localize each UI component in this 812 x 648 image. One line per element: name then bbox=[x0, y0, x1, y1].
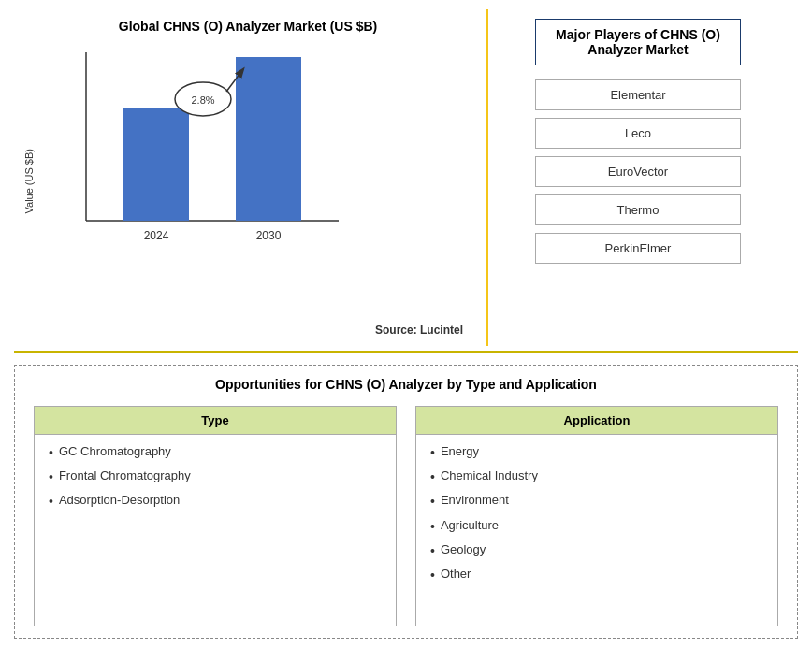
horizontal-divider bbox=[14, 351, 798, 353]
type-item-0: • GC Chromatography bbox=[49, 444, 382, 461]
player-elementar: Elementar bbox=[535, 79, 741, 110]
app-item-2: • Environment bbox=[430, 493, 763, 510]
bar-chart-svg: 2024 2030 2.8% bbox=[39, 43, 357, 258]
y-axis-label: Value (US $B) bbox=[23, 149, 35, 214]
bar-2024 bbox=[123, 108, 189, 221]
bullet-2: • bbox=[49, 493, 53, 510]
app-item-3: • Agriculture bbox=[430, 518, 763, 535]
app-bullet-5: • bbox=[430, 567, 435, 583]
application-column: Application • Energy • Chemical Industry… bbox=[415, 406, 778, 626]
bottom-section: Opportunities for CHNS (O) Analyzer by T… bbox=[14, 365, 798, 639]
vertical-divider bbox=[486, 9, 488, 346]
type-column: Type • GC Chromatography • Frontal Chrom… bbox=[34, 406, 397, 626]
player-perkinelmer: PerkinElmer bbox=[535, 233, 741, 264]
app-bullet-2: • bbox=[430, 493, 435, 510]
app-item-5: • Other bbox=[430, 567, 763, 583]
player-thermo: Thermo bbox=[535, 194, 741, 225]
app-item-0: • Energy bbox=[430, 444, 763, 461]
type-item-1: • Frontal Chromatography bbox=[49, 468, 382, 485]
bar-2030 bbox=[236, 57, 301, 221]
source-text: Source: Lucintel bbox=[23, 324, 472, 337]
chart-wrapper: Value (US $B) 2024 2030 bbox=[23, 43, 472, 319]
x-label-2030: 2030 bbox=[256, 229, 282, 242]
player-eurovector: EuroVector bbox=[535, 156, 741, 187]
type-header: Type bbox=[35, 407, 396, 435]
opportunities-content: Type • GC Chromatography • Frontal Chrom… bbox=[34, 406, 778, 626]
chart-title: Global CHNS (O) Analyzer Market (US $B) bbox=[119, 19, 377, 34]
player-leco: Leco bbox=[535, 118, 741, 149]
bullet-1: • bbox=[49, 468, 53, 485]
app-bullet-4: • bbox=[430, 542, 435, 559]
chart-inner: 2024 2030 2.8% bbox=[39, 43, 472, 319]
players-area: Major Players of CHNS (O) Analyzer Marke… bbox=[493, 9, 783, 346]
app-bullet-1: • bbox=[430, 468, 435, 485]
x-label-2024: 2024 bbox=[144, 229, 169, 242]
type-item-2: • Adsorption-Desorption bbox=[49, 493, 382, 510]
annotation-text: 2.8% bbox=[191, 94, 214, 106]
app-bullet-0: • bbox=[430, 444, 435, 461]
type-body: • GC Chromatography • Frontal Chromatogr… bbox=[35, 435, 396, 626]
app-bullet-3: • bbox=[430, 518, 435, 535]
bullet-0: • bbox=[49, 444, 53, 461]
main-container: Global CHNS (O) Analyzer Market (US $B) … bbox=[0, 0, 812, 648]
app-item-4: • Geology bbox=[430, 542, 763, 559]
chart-area: Global CHNS (O) Analyzer Market (US $B) … bbox=[14, 9, 482, 346]
top-section: Global CHNS (O) Analyzer Market (US $B) … bbox=[14, 9, 798, 346]
application-body: • Energy • Chemical Industry • Environme… bbox=[416, 435, 777, 626]
app-item-1: • Chemical Industry bbox=[430, 468, 763, 485]
players-title: Major Players of CHNS (O) Analyzer Marke… bbox=[535, 19, 741, 65]
opportunities-title: Opportunities for CHNS (O) Analyzer by T… bbox=[34, 377, 778, 392]
application-header: Application bbox=[416, 407, 777, 435]
